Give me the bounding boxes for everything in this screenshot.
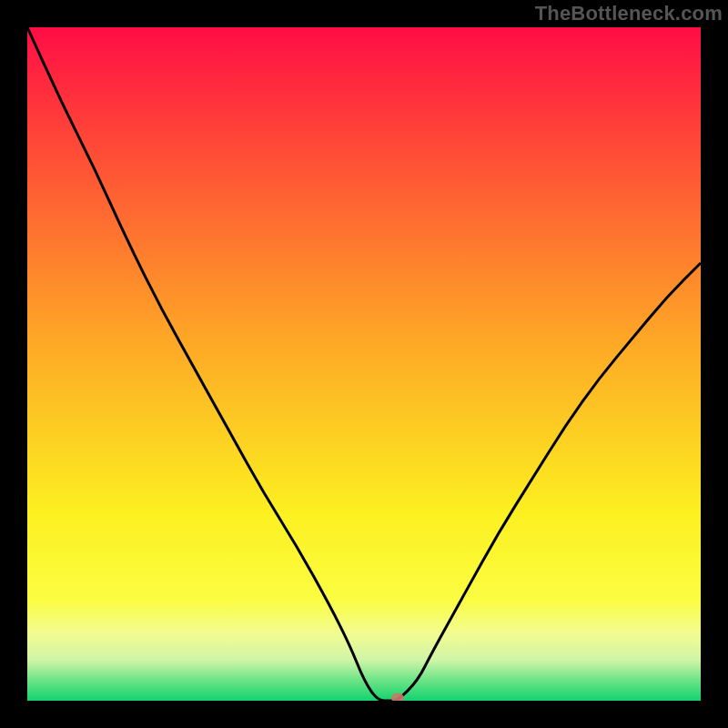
- gradient-background: [27, 27, 701, 701]
- chart-svg: [27, 27, 701, 701]
- chart-frame: TheBottleneck.com: [0, 0, 728, 728]
- watermark-text: TheBottleneck.com: [535, 2, 723, 25]
- plot-area: [27, 27, 701, 701]
